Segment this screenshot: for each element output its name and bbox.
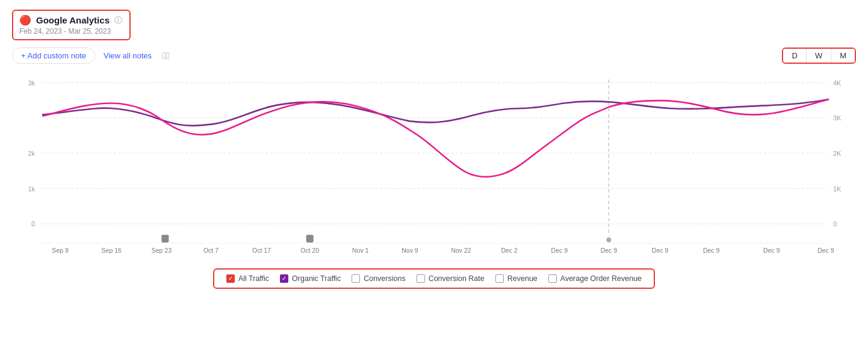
header-box: 🔴 Google Analytics ⓘ Feb 24, 2023 - Mar … bbox=[12, 10, 131, 40]
svg-text:Dec 9: Dec 9 bbox=[551, 247, 568, 254]
svg-text:Nov 1: Nov 1 bbox=[352, 247, 368, 254]
svg-text:1k: 1k bbox=[28, 185, 35, 192]
chart-area: 3k 2k 1k 0 4K 3K 2K 1K 0 Sep 9 Sep 16 Se… bbox=[12, 70, 856, 262]
svg-text:Dec 9: Dec 9 bbox=[703, 247, 719, 254]
legend-label-revenue: Revenue bbox=[507, 274, 538, 283]
add-note-label: + Add custom note bbox=[21, 51, 86, 60]
svg-text:Sep 16: Sep 16 bbox=[102, 247, 122, 254]
svg-text:Sep 23: Sep 23 bbox=[152, 247, 172, 254]
checkmark-icon-organic: ✓ bbox=[282, 276, 287, 282]
legend-label-all-traffic: All Traffic bbox=[238, 274, 269, 283]
period-switcher: D W M bbox=[782, 48, 856, 64]
legend-checkbox-conversions bbox=[352, 274, 360, 283]
svg-text:3K: 3K bbox=[833, 114, 842, 122]
svg-text:Dec 9: Dec 9 bbox=[601, 247, 617, 254]
page-title: Google Analytics bbox=[36, 15, 110, 25]
period-week-button[interactable]: W bbox=[807, 49, 831, 63]
eye-slash-icon[interactable]: 👁︎⃠ bbox=[160, 48, 172, 64]
add-custom-note-button[interactable]: + Add custom note bbox=[12, 48, 95, 64]
svg-text:Dec 9: Dec 9 bbox=[763, 247, 780, 254]
view-notes-label: View all notes bbox=[104, 51, 152, 60]
legend-item-organic-traffic[interactable]: ✓ Organic Traffic bbox=[280, 274, 341, 283]
alert-icon: 🔴 bbox=[19, 14, 31, 26]
svg-text:0: 0 bbox=[31, 220, 35, 227]
legend-checkbox-all-traffic: ✓ bbox=[226, 274, 235, 283]
toolbar: + Add custom note View all notes 👁︎⃠ D W… bbox=[12, 48, 856, 64]
legend-label-organic-traffic: Organic Traffic bbox=[292, 274, 341, 283]
svg-text:Oct 17: Oct 17 bbox=[252, 247, 271, 254]
svg-text:4K: 4K bbox=[833, 79, 842, 86]
info-icon[interactable]: ⓘ bbox=[114, 15, 122, 26]
legend-checkbox-conversion-rate bbox=[417, 274, 425, 283]
legend-checkbox-avg-order bbox=[548, 274, 557, 283]
svg-text:1K: 1K bbox=[833, 185, 842, 192]
svg-text:0: 0 bbox=[833, 220, 837, 227]
svg-text:2k: 2k bbox=[28, 150, 35, 157]
legend-label-conversion-rate: Conversion Rate bbox=[429, 274, 485, 283]
svg-point-16 bbox=[606, 236, 612, 243]
svg-text:Sep 9: Sep 9 bbox=[52, 247, 68, 254]
legend-label-avg-order: Average Order Revenue bbox=[560, 274, 642, 283]
svg-rect-17 bbox=[161, 235, 169, 242]
legend-checkbox-organic-traffic: ✓ bbox=[280, 274, 288, 283]
legend-item-conversion-rate[interactable]: Conversion Rate bbox=[417, 274, 485, 283]
svg-text:Dec 2: Dec 2 bbox=[501, 247, 517, 254]
legend-item-all-traffic[interactable]: ✓ All Traffic bbox=[226, 274, 269, 283]
svg-text:Nov 22: Nov 22 bbox=[451, 247, 471, 254]
period-day-button[interactable]: D bbox=[783, 49, 806, 63]
svg-text:Nov 9: Nov 9 bbox=[401, 247, 418, 254]
checkmark-icon: ✓ bbox=[228, 276, 233, 282]
period-month-button[interactable]: M bbox=[831, 49, 855, 63]
legend-label-conversions: Conversions bbox=[364, 274, 405, 283]
svg-text:2K: 2K bbox=[833, 150, 842, 157]
legend-item-revenue[interactable]: Revenue bbox=[495, 274, 538, 283]
main-container: 🔴 Google Analytics ⓘ Feb 24, 2023 - Mar … bbox=[0, 0, 868, 349]
view-all-notes-button[interactable]: View all notes bbox=[98, 48, 158, 63]
svg-rect-18 bbox=[306, 235, 314, 242]
date-range: Feb 24, 2023 - Mar 25, 2023 bbox=[19, 27, 122, 36]
bottom-section: ✓ All Traffic ✓ Organic Traffic Conversi… bbox=[12, 266, 856, 289]
svg-text:3k: 3k bbox=[28, 79, 35, 86]
svg-text:Dec 9: Dec 9 bbox=[652, 247, 668, 254]
chart-svg: 3k 2k 1k 0 4K 3K 2K 1K 0 Sep 9 Sep 16 Se… bbox=[12, 70, 856, 262]
legend-item-avg-order-revenue[interactable]: Average Order Revenue bbox=[548, 274, 642, 283]
legend-checkbox-revenue bbox=[495, 274, 504, 283]
svg-text:Dec 9: Dec 9 bbox=[817, 247, 834, 254]
legend-box: ✓ All Traffic ✓ Organic Traffic Conversi… bbox=[213, 268, 655, 289]
svg-text:Oct 7: Oct 7 bbox=[203, 247, 219, 254]
legend-item-conversions[interactable]: Conversions bbox=[352, 274, 405, 283]
svg-text:Oct 20: Oct 20 bbox=[300, 247, 319, 254]
